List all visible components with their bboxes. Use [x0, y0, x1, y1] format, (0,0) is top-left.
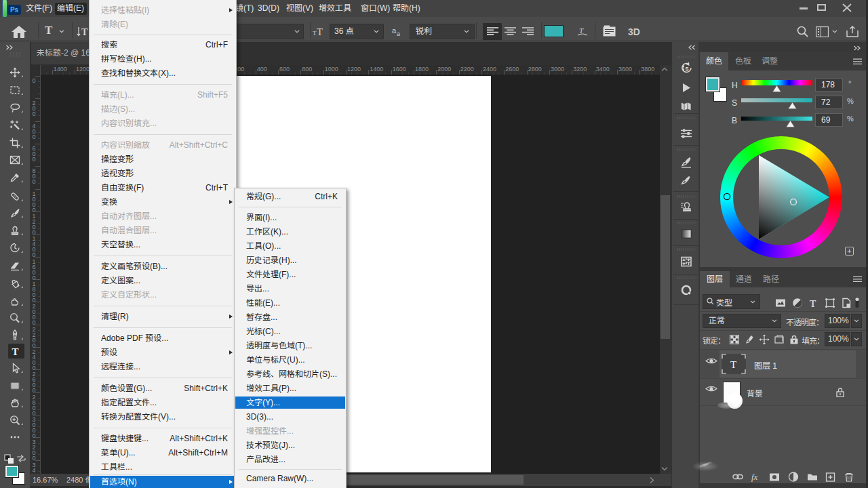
svg-text:T: T: [317, 26, 323, 37]
svg-text:a: a: [392, 26, 397, 35]
svg-text:T: T: [81, 27, 88, 37]
svg-text:fx: fx: [751, 472, 758, 482]
svg-text:5: 5: [686, 66, 689, 73]
svg-text:T: T: [810, 299, 816, 309]
svg-text:T: T: [730, 359, 736, 370]
svg-text:T: T: [579, 26, 584, 35]
svg-text:T: T: [12, 346, 19, 357]
svg-text:a: a: [397, 30, 400, 37]
